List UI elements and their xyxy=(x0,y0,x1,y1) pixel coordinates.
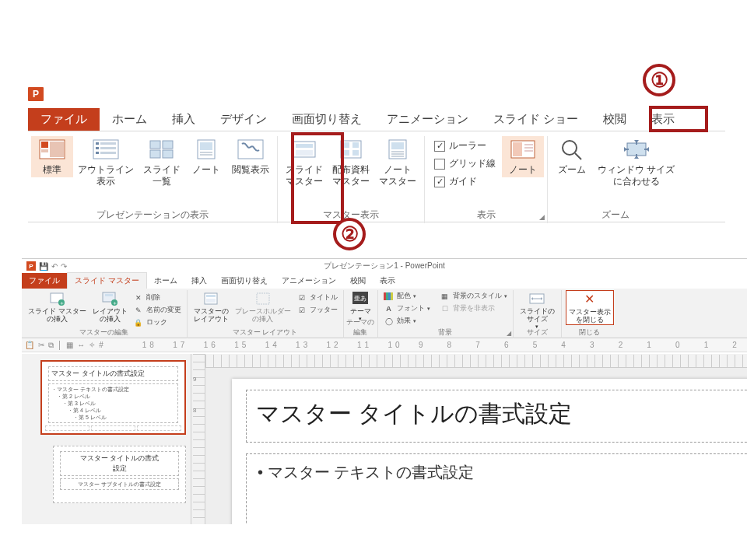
effects-button[interactable]: ◯効果▾ xyxy=(382,315,432,327)
tab-animations[interactable]: アニメーション xyxy=(374,108,481,131)
lock-label: ロック xyxy=(146,317,167,327)
mini-tab-insert[interactable]: 挿入 xyxy=(184,273,214,289)
mini-tab-animations[interactable]: アニメーション xyxy=(275,273,343,289)
svg-rect-40 xyxy=(627,143,646,156)
bg-styles-button[interactable]: ▦背景のスタイル▾ xyxy=(438,290,509,302)
thumbnail-pane[interactable]: マスター タイトルの書式設定 ・マスター テキストの書式設定 ・第 2 レベル … xyxy=(22,354,191,524)
canvas-area: マスター タイトルの書式設定 • マスター テキストの書式設定 xyxy=(205,354,747,524)
copy-icon[interactable]: ⧉ xyxy=(48,340,54,351)
outline-view-button[interactable]: アウトライン 表示 xyxy=(73,136,139,189)
slide-canvas[interactable]: マスター タイトルの書式設定 • マスター テキストの書式設定 xyxy=(205,368,747,524)
thumb-layout-title: マスター タイトルの書式 設定 xyxy=(60,451,179,476)
svg-rect-6 xyxy=(100,142,116,145)
ruler-icon[interactable]: ↔ xyxy=(77,340,85,351)
svg-text:＋: ＋ xyxy=(112,300,117,306)
tab-transitions[interactable]: 画面切り替え xyxy=(279,108,374,131)
dialog-launcher-icon[interactable]: ◢ xyxy=(507,330,511,337)
insert-layout-button[interactable]: ＋ レイアウト の挿入 xyxy=(90,290,130,324)
mini-tab-transitions[interactable]: 画面切り替え xyxy=(214,273,275,289)
mini-ribbon-tabs: ファイル スライド マスター ホーム 挿入 画面切り替え アニメーション 校閲 … xyxy=(22,273,747,289)
mini-group-background: 配色▾ Aフォント▾ ◯効果▾ ▦背景のスタイル▾ ☐背景を非表示 背景 ◢ xyxy=(378,290,514,338)
svg-rect-16 xyxy=(200,142,212,150)
guides-checkbox[interactable]: ✓ガイド xyxy=(434,175,496,188)
slide-sorter-button[interactable]: スライド 一覧 xyxy=(139,136,185,189)
group-zoom: ズーム ウィンドウ サイズ に合わせる ズーム xyxy=(548,136,682,223)
paste-icon[interactable]: 📋 xyxy=(25,340,34,351)
thumbnail-slide-master[interactable]: マスター タイトルの書式設定 ・マスター テキストの書式設定 ・第 2 レベル … xyxy=(40,360,186,435)
mini-tab-slide-master[interactable]: スライド マスター xyxy=(67,272,147,289)
guides-icon[interactable]: ✧ xyxy=(89,340,95,351)
mini-group-edit-master: ＋ スライド マスター の挿入 ＋ レイアウト の挿入 ✕削除 ✎名前の変更 🔒… xyxy=(22,290,188,338)
insert-slide-master-label: スライド マスター の挿入 xyxy=(28,307,86,323)
placeholder-title[interactable]: マスター タイトルの書式設定 xyxy=(246,390,747,443)
notes-master-label: ノート マスター xyxy=(379,164,416,187)
svg-rect-12 xyxy=(163,141,173,149)
svg-rect-5 xyxy=(96,142,99,145)
tab-insert[interactable]: 挿入 xyxy=(160,108,208,131)
mini-tab-file[interactable]: ファイル xyxy=(22,273,67,289)
normal-view-button[interactable]: 標準 xyxy=(31,136,73,177)
zoom-icon xyxy=(559,138,585,161)
tab-design[interactable]: デザイン xyxy=(208,108,279,131)
hide-bg-checkbox[interactable]: ☐背景を非表示 xyxy=(438,303,509,314)
colors-button[interactable]: 配色▾ xyxy=(382,290,432,302)
mini-edit-area: マスター タイトルの書式設定 ・マスター テキストの書式設定 ・第 2 レベル … xyxy=(22,354,747,524)
mini-group-close-label: 閉じる xyxy=(562,327,618,338)
notes-toggle-button[interactable]: ノート xyxy=(502,136,544,177)
slide-sorter-icon xyxy=(149,138,175,161)
delete-label: 削除 xyxy=(146,292,160,303)
mini-group-edit-theme-label: テーマの編集 xyxy=(344,317,377,338)
fonts-icon: A xyxy=(384,304,395,313)
close-master-view-button[interactable]: ✕ マスター表示 を閉じる xyxy=(566,290,614,325)
rename-button[interactable]: ✎名前の変更 xyxy=(132,304,183,316)
grid-icon[interactable]: ▦ xyxy=(66,340,73,351)
effects-icon: ◯ xyxy=(384,317,395,326)
mini-window: プレゼンテーション1 - PowerPoint P 💾 ↶ ↷ ファイル スライ… xyxy=(22,258,747,524)
gridlines-checkbox[interactable]: グリッド線 xyxy=(434,157,496,170)
bg-styles-icon: ▦ xyxy=(440,292,451,301)
ruler-checkbox[interactable]: ✓ルーラー xyxy=(434,139,496,152)
tab-file[interactable]: ファイル xyxy=(28,108,100,131)
master-layout-button[interactable]: マスターの レイアウト xyxy=(191,290,231,324)
delete-button[interactable]: ✕削除 xyxy=(132,292,183,303)
close-master-view-label: マスター表示 を閉じる xyxy=(569,308,611,324)
fonts-button[interactable]: Aフォント▾ xyxy=(382,303,432,314)
slide-master-slide[interactable]: マスター タイトルの書式設定 • マスター テキストの書式設定 xyxy=(232,379,747,524)
thumbnail-layout-1[interactable]: マスター タイトルの書式 設定 マスター サブタイトルの書式設定 xyxy=(53,446,186,503)
fit-window-button[interactable]: ウィンドウ サイズ に合わせる xyxy=(593,136,679,189)
checkbox-empty-icon: ☐ xyxy=(440,304,451,313)
mini-group-close: ✕ マスター表示 を閉じる 閉じる xyxy=(562,290,618,338)
reading-view-button[interactable]: 閲覧表示 xyxy=(227,136,274,177)
svg-rect-24 xyxy=(343,142,349,148)
master-layout-icon xyxy=(202,291,219,306)
dialog-launcher-icon[interactable]: ◢ xyxy=(539,213,545,221)
svg-rect-11 xyxy=(150,141,160,149)
bg-styles-label: 背景のスタイル xyxy=(453,291,502,301)
title-checkbox[interactable]: ☑タイトル xyxy=(295,292,339,303)
lock-button[interactable]: 🔒ロック xyxy=(132,317,183,328)
svg-rect-3 xyxy=(50,142,64,157)
slide-size-button[interactable]: スライドの サイズ▾ xyxy=(517,290,557,331)
insert-placeholder-button[interactable]: プレースホルダー の挿入 xyxy=(233,290,293,324)
mini-tab-home[interactable]: ホーム xyxy=(147,273,184,289)
svg-text:＋: ＋ xyxy=(59,300,65,306)
themes-label: テーマ xyxy=(350,307,371,315)
svg-rect-34 xyxy=(513,142,522,156)
outline-view-icon xyxy=(93,138,119,161)
mini-tab-view[interactable]: 表示 xyxy=(373,273,402,289)
notes-master-button[interactable]: ノート マスター xyxy=(374,136,421,189)
ruler-label: ルーラー xyxy=(449,139,486,152)
cut-icon[interactable]: ✂ xyxy=(38,340,44,351)
mini-tab-review[interactable]: 校閲 xyxy=(343,273,373,289)
snap-icon[interactable]: # xyxy=(99,340,103,351)
group-show-label: 表示 xyxy=(425,208,547,222)
tab-slideshow[interactable]: スライド ショー xyxy=(481,108,591,131)
mini-group-edit-theme: 亜あ テーマ▾ テーマの編集 xyxy=(344,290,378,338)
insert-slide-master-button[interactable]: ＋ スライド マスター の挿入 xyxy=(26,290,89,324)
zoom-button[interactable]: ズーム xyxy=(551,136,593,177)
tab-home[interactable]: ホーム xyxy=(100,108,160,131)
footer-checkbox[interactable]: ☑フッター xyxy=(295,304,339,316)
placeholder-body[interactable]: • マスター テキストの書式設定 xyxy=(246,453,747,524)
tab-review[interactable]: 校閲 xyxy=(591,108,639,131)
notes-page-button[interactable]: ノート xyxy=(185,136,227,177)
